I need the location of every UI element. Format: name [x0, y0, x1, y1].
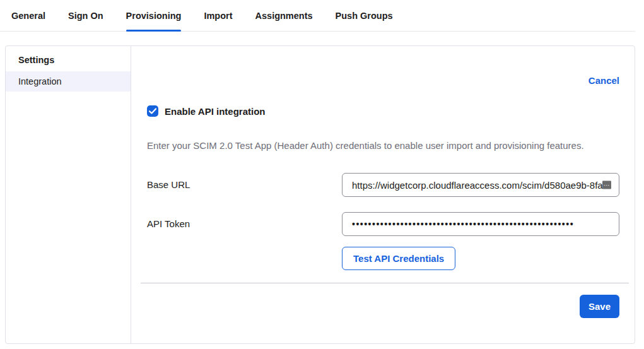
api-token-input-wrap	[342, 212, 619, 236]
tab-assignments[interactable]: Assignments	[255, 0, 313, 31]
base-url-row: Base URL ⋯	[147, 173, 619, 197]
enable-api-checkbox[interactable]	[147, 105, 158, 117]
provisioning-panel: Settings Integration Cancel Enable API i…	[5, 45, 635, 344]
test-credentials-row: Test API Credentials	[342, 247, 619, 270]
credentials-description: Enter your SCIM 2.0 Test App (Header Aut…	[147, 139, 619, 152]
text-overflow-marker: ⋯	[602, 181, 611, 189]
save-row: Save	[147, 295, 619, 318]
tab-import[interactable]: Import	[204, 0, 232, 31]
tab-push-groups[interactable]: Push Groups	[336, 0, 393, 31]
cancel-row: Cancel	[147, 75, 619, 86]
test-api-credentials-button[interactable]: Test API Credentials	[342, 247, 455, 270]
api-token-row: API Token	[147, 212, 619, 236]
base-url-input-wrap: ⋯	[342, 173, 619, 197]
cancel-link[interactable]: Cancel	[588, 75, 619, 86]
base-url-input[interactable]	[342, 173, 619, 197]
sidebar-item-label: Integration	[18, 76, 62, 86]
save-button[interactable]: Save	[580, 295, 619, 318]
tab-sign-on[interactable]: Sign On	[68, 0, 103, 31]
tab-general[interactable]: General	[11, 0, 45, 31]
sidebar-item-integration[interactable]: Integration	[6, 71, 131, 92]
enable-api-row: Enable API integration	[147, 105, 619, 117]
checkmark-icon	[149, 108, 156, 114]
app-tab-bar: General Sign On Provisioning Import Assi…	[0, 0, 635, 32]
enable-api-label: Enable API integration	[165, 106, 265, 117]
sidebar-heading: Settings	[6, 55, 131, 71]
footer-divider	[141, 283, 629, 283]
integration-settings-content: Cancel Enable API integration Enter your…	[131, 46, 635, 343]
api-token-label: API Token	[147, 212, 342, 229]
tab-provisioning[interactable]: Provisioning	[126, 0, 182, 31]
base-url-label: Base URL	[147, 173, 342, 190]
api-token-input[interactable]	[342, 212, 619, 236]
settings-sidebar: Settings Integration	[6, 46, 131, 343]
